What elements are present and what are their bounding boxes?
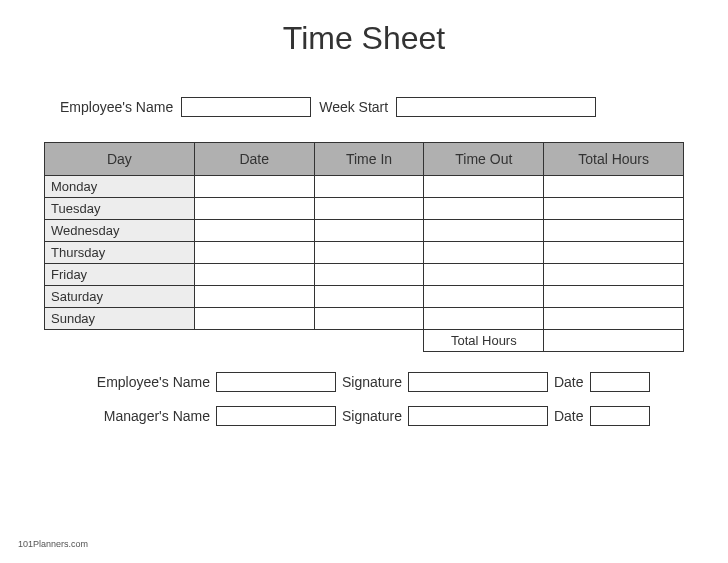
total-hours-cell[interactable] <box>544 176 684 198</box>
date-cell[interactable] <box>194 242 314 264</box>
total-row: Total Hours <box>45 330 684 352</box>
time-in-cell[interactable] <box>314 308 424 330</box>
col-time-out: Time Out <box>424 143 544 176</box>
manager-sign-row: Manager's Name Signature Date <box>40 406 688 426</box>
time-out-cell[interactable] <box>424 198 544 220</box>
time-in-cell[interactable] <box>314 264 424 286</box>
employee-name-sign-input[interactable] <box>216 372 336 392</box>
employee-name-input[interactable] <box>181 97 311 117</box>
total-hours-cell[interactable] <box>544 264 684 286</box>
time-in-cell[interactable] <box>314 198 424 220</box>
day-label: Monday <box>45 176 195 198</box>
table-row: Thursday <box>45 242 684 264</box>
table-row: Tuesday <box>45 198 684 220</box>
top-fields-row: Employee's Name Week Start <box>40 97 688 117</box>
manager-signature-input[interactable] <box>408 406 548 426</box>
day-label: Tuesday <box>45 198 195 220</box>
employee-sign-row: Employee's Name Signature Date <box>40 372 688 392</box>
col-time-in: Time In <box>314 143 424 176</box>
manager-name-label: Manager's Name <box>80 408 210 424</box>
footer-credit: 101Planners.com <box>18 539 88 549</box>
date-cell[interactable] <box>194 220 314 242</box>
total-hours-cell[interactable] <box>544 286 684 308</box>
date-cell[interactable] <box>194 286 314 308</box>
timesheet-table: Day Date Time In Time Out Total Hours Mo… <box>44 142 684 352</box>
manager-date-label: Date <box>554 408 584 424</box>
col-total-hours: Total Hours <box>544 143 684 176</box>
time-out-cell[interactable] <box>424 220 544 242</box>
total-hours-cell[interactable] <box>544 198 684 220</box>
page-title: Time Sheet <box>40 20 688 57</box>
employee-name-label: Employee's Name <box>60 99 173 115</box>
table-row: Sunday <box>45 308 684 330</box>
table-row: Saturday <box>45 286 684 308</box>
employee-date-label: Date <box>554 374 584 390</box>
total-hours-cell[interactable] <box>544 220 684 242</box>
col-date: Date <box>194 143 314 176</box>
date-cell[interactable] <box>194 264 314 286</box>
time-out-cell[interactable] <box>424 286 544 308</box>
table-row: Monday <box>45 176 684 198</box>
week-start-label: Week Start <box>319 99 388 115</box>
time-in-cell[interactable] <box>314 242 424 264</box>
employee-name-label-2: Employee's Name <box>80 374 210 390</box>
day-label: Friday <box>45 264 195 286</box>
day-label: Saturday <box>45 286 195 308</box>
time-in-cell[interactable] <box>314 286 424 308</box>
time-out-cell[interactable] <box>424 176 544 198</box>
date-cell[interactable] <box>194 176 314 198</box>
time-out-cell[interactable] <box>424 308 544 330</box>
col-day: Day <box>45 143 195 176</box>
total-hours-cell[interactable] <box>544 242 684 264</box>
date-cell[interactable] <box>194 198 314 220</box>
date-cell[interactable] <box>194 308 314 330</box>
employee-signature-input[interactable] <box>408 372 548 392</box>
week-start-input[interactable] <box>396 97 596 117</box>
manager-date-input[interactable] <box>590 406 650 426</box>
day-label: Wednesday <box>45 220 195 242</box>
manager-signature-label: Signature <box>342 408 402 424</box>
time-out-cell[interactable] <box>424 264 544 286</box>
total-hours-value[interactable] <box>544 330 684 352</box>
day-label: Thursday <box>45 242 195 264</box>
employee-date-input[interactable] <box>590 372 650 392</box>
table-row: Friday <box>45 264 684 286</box>
total-hours-cell[interactable] <box>544 308 684 330</box>
employee-signature-label: Signature <box>342 374 402 390</box>
day-label: Sunday <box>45 308 195 330</box>
table-row: Wednesday <box>45 220 684 242</box>
total-hours-label: Total Hours <box>424 330 544 352</box>
time-in-cell[interactable] <box>314 220 424 242</box>
manager-name-input[interactable] <box>216 406 336 426</box>
time-out-cell[interactable] <box>424 242 544 264</box>
time-in-cell[interactable] <box>314 176 424 198</box>
